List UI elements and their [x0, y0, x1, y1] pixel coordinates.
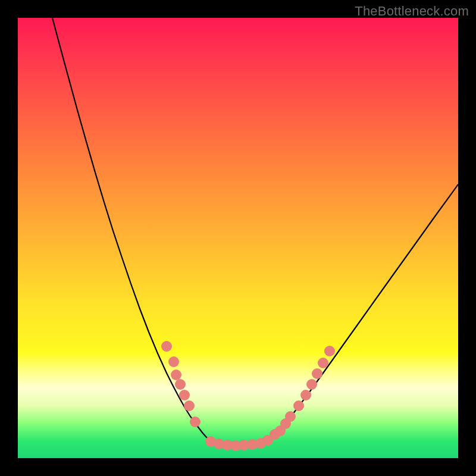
plot-area — [18, 18, 458, 458]
watermark-text: TheBottleneck.com — [355, 4, 469, 18]
chart-container: TheBottleneck.com — [0, 0, 476, 476]
watermark: TheBottleneck.com — [355, 4, 469, 19]
